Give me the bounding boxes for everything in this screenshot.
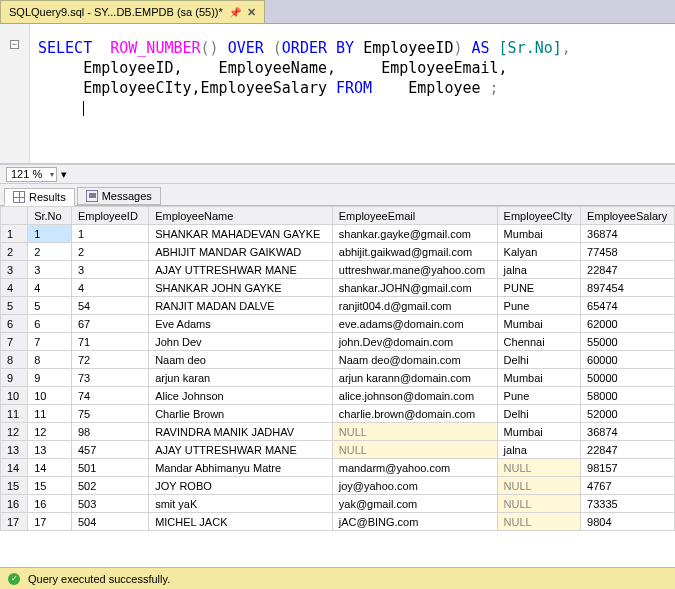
- cell-empid[interactable]: 2: [71, 243, 148, 261]
- cell-name[interactable]: ABHIJIT MANDAR GAIKWAD: [149, 243, 333, 261]
- row-number[interactable]: 13: [1, 441, 28, 459]
- results-grid[interactable]: Sr.No EmployeeID EmployeeName EmployeeEm…: [0, 206, 675, 531]
- table-row[interactable]: 9973arjun karanarjun karann@domain.comMu…: [1, 369, 675, 387]
- table-row[interactable]: 1515502JOY ROBOjoy@yahoo.comNULL4767: [1, 477, 675, 495]
- cell-email[interactable]: jAC@BING.com: [332, 513, 497, 531]
- cell-salary[interactable]: 62000: [581, 315, 675, 333]
- cell-name[interactable]: Charlie Brown: [149, 405, 333, 423]
- cell-salary[interactable]: 77458: [581, 243, 675, 261]
- cell-email[interactable]: mandarm@yahoo.com: [332, 459, 497, 477]
- cell-empid[interactable]: 504: [71, 513, 148, 531]
- col-email[interactable]: EmployeeEmail: [332, 207, 497, 225]
- cell-salary[interactable]: 9804: [581, 513, 675, 531]
- cell-salary[interactable]: 50000: [581, 369, 675, 387]
- cell-name[interactable]: RANJIT MADAN DALVE: [149, 297, 333, 315]
- cell-city[interactable]: Mumbai: [497, 423, 580, 441]
- row-number[interactable]: 3: [1, 261, 28, 279]
- cell-city[interactable]: NULL: [497, 495, 580, 513]
- row-number[interactable]: 10: [1, 387, 28, 405]
- cell-email[interactable]: alice.johnson@domain.com: [332, 387, 497, 405]
- cell-empid[interactable]: 75: [71, 405, 148, 423]
- row-number[interactable]: 7: [1, 333, 28, 351]
- table-row[interactable]: 111SHANKAR MAHADEVAN GAYKEshankar.gayke@…: [1, 225, 675, 243]
- cell-name[interactable]: SHANKAR MAHADEVAN GAYKE: [149, 225, 333, 243]
- cell-name[interactable]: AJAY UTTRESHWAR MANE: [149, 261, 333, 279]
- cell-salary[interactable]: 65474: [581, 297, 675, 315]
- table-row[interactable]: 121298RAVINDRA MANIK JADHAVNULLMumbai368…: [1, 423, 675, 441]
- cell-city[interactable]: Mumbai: [497, 369, 580, 387]
- cell-empid[interactable]: 457: [71, 441, 148, 459]
- cell-city[interactable]: NULL: [497, 459, 580, 477]
- table-row[interactable]: 1313457AJAY UTTRESHWAR MANENULLjalna2284…: [1, 441, 675, 459]
- table-row[interactable]: 111175Charlie Browncharlie.brown@domain.…: [1, 405, 675, 423]
- cell-salary[interactable]: 897454: [581, 279, 675, 297]
- cell-name[interactable]: Naam deo: [149, 351, 333, 369]
- table-row[interactable]: 8872Naam deoNaam deo@domain.comDelhi6000…: [1, 351, 675, 369]
- cell-srno[interactable]: 11: [28, 405, 72, 423]
- cell-salary[interactable]: 22847: [581, 261, 675, 279]
- cell-salary[interactable]: 4767: [581, 477, 675, 495]
- cell-srno[interactable]: 12: [28, 423, 72, 441]
- cell-city[interactable]: NULL: [497, 513, 580, 531]
- cell-email[interactable]: shankar.JOHN@gmail.com: [332, 279, 497, 297]
- cell-empid[interactable]: 67: [71, 315, 148, 333]
- cell-empid[interactable]: 54: [71, 297, 148, 315]
- cell-email[interactable]: uttreshwar.mane@yahoo.com: [332, 261, 497, 279]
- tab-results[interactable]: Results: [4, 188, 75, 206]
- table-row[interactable]: 222ABHIJIT MANDAR GAIKWADabhijit.gaikwad…: [1, 243, 675, 261]
- cell-city[interactable]: Delhi: [497, 351, 580, 369]
- row-number[interactable]: 11: [1, 405, 28, 423]
- cell-name[interactable]: Mandar Abhimanyu Matre: [149, 459, 333, 477]
- table-row[interactable]: 7771John Devjohn.Dev@domain.comChennai55…: [1, 333, 675, 351]
- cell-email[interactable]: abhijit.gaikwad@gmail.com: [332, 243, 497, 261]
- cell-srno[interactable]: 13: [28, 441, 72, 459]
- cell-email[interactable]: NULL: [332, 423, 497, 441]
- col-srno[interactable]: Sr.No: [28, 207, 72, 225]
- cell-name[interactable]: John Dev: [149, 333, 333, 351]
- cell-name[interactable]: RAVINDRA MANIK JADHAV: [149, 423, 333, 441]
- cell-salary[interactable]: 55000: [581, 333, 675, 351]
- cell-empid[interactable]: 3: [71, 261, 148, 279]
- table-row[interactable]: 333AJAY UTTRESHWAR MANEuttreshwar.mane@y…: [1, 261, 675, 279]
- row-number[interactable]: 12: [1, 423, 28, 441]
- cell-city[interactable]: Delhi: [497, 405, 580, 423]
- cell-email[interactable]: john.Dev@domain.com: [332, 333, 497, 351]
- cell-city[interactable]: Pune: [497, 387, 580, 405]
- cell-srno[interactable]: 17: [28, 513, 72, 531]
- cell-email[interactable]: arjun karann@domain.com: [332, 369, 497, 387]
- cell-srno[interactable]: 5: [28, 297, 72, 315]
- cell-name[interactable]: SHANKAR JOHN GAYKE: [149, 279, 333, 297]
- cell-empid[interactable]: 72: [71, 351, 148, 369]
- cell-salary[interactable]: 98157: [581, 459, 675, 477]
- cell-srno[interactable]: 8: [28, 351, 72, 369]
- cell-salary[interactable]: 36874: [581, 423, 675, 441]
- table-row[interactable]: 444SHANKAR JOHN GAYKEshankar.JOHN@gmail.…: [1, 279, 675, 297]
- cell-empid[interactable]: 1: [71, 225, 148, 243]
- cell-city[interactable]: Mumbai: [497, 315, 580, 333]
- row-number[interactable]: 14: [1, 459, 28, 477]
- cell-city[interactable]: Mumbai: [497, 225, 580, 243]
- col-salary[interactable]: EmployeeSalary: [581, 207, 675, 225]
- cell-salary[interactable]: 22847: [581, 441, 675, 459]
- table-row[interactable]: 101074Alice Johnsonalice.johnson@domain.…: [1, 387, 675, 405]
- cell-empid[interactable]: 4: [71, 279, 148, 297]
- cell-email[interactable]: eve.adams@domain.com: [332, 315, 497, 333]
- cell-srno[interactable]: 4: [28, 279, 72, 297]
- cell-email[interactable]: joy@yahoo.com: [332, 477, 497, 495]
- cell-salary[interactable]: 73335: [581, 495, 675, 513]
- code-area[interactable]: SELECT ROW_NUMBER() OVER (ORDER BY Emplo…: [30, 24, 579, 163]
- cell-srno[interactable]: 7: [28, 333, 72, 351]
- cell-salary[interactable]: 52000: [581, 405, 675, 423]
- cell-email[interactable]: NULL: [332, 441, 497, 459]
- row-number[interactable]: 16: [1, 495, 28, 513]
- cell-email[interactable]: yak@gmail.com: [332, 495, 497, 513]
- row-number[interactable]: 15: [1, 477, 28, 495]
- cell-empid[interactable]: 74: [71, 387, 148, 405]
- cell-srno[interactable]: 2: [28, 243, 72, 261]
- cell-email[interactable]: ranjit004.d@gmail.com: [332, 297, 497, 315]
- row-number[interactable]: 17: [1, 513, 28, 531]
- sql-editor[interactable]: − SELECT ROW_NUMBER() OVER (ORDER BY Emp…: [0, 24, 675, 164]
- row-number[interactable]: 5: [1, 297, 28, 315]
- tab-messages[interactable]: Messages: [77, 187, 161, 205]
- cell-srno[interactable]: 10: [28, 387, 72, 405]
